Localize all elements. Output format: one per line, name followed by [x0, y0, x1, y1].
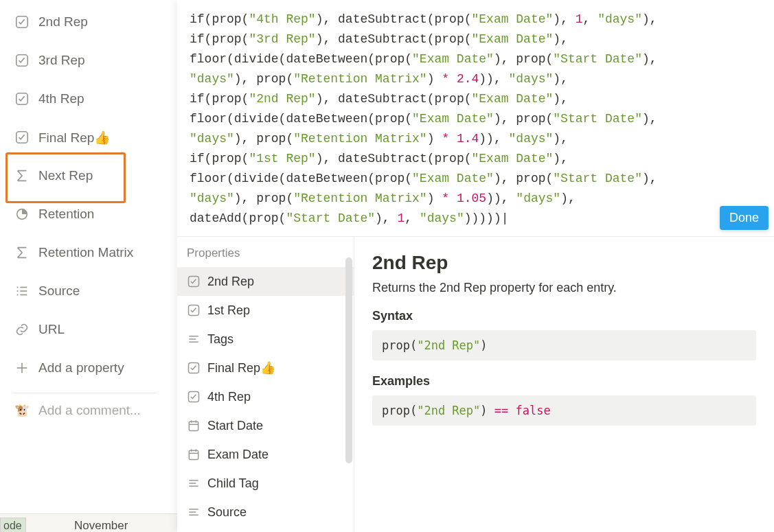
checkbox-icon [187, 275, 207, 288]
property-detail-panel: 2nd Rep Returns the 2nd Rep property for… [354, 237, 774, 532]
detail-description: Returns the 2nd Rep property for each en… [372, 281, 756, 295]
svg-rect-20 [189, 421, 198, 430]
detail-examples-label: Examples [372, 374, 756, 389]
thumbs-up-emoji: 👍 [260, 361, 275, 375]
checkbox-icon [187, 361, 207, 375]
date-icon [187, 419, 207, 432]
checkbox-icon [12, 53, 32, 68]
picker-item-source[interactable]: Source [177, 498, 354, 527]
picker-item-label: Tags [207, 332, 234, 347]
property-label: 2nd Rep [38, 14, 88, 30]
retention-icon [12, 207, 32, 222]
checkbox-icon [187, 390, 207, 404]
scrollbar[interactable] [345, 257, 352, 463]
picker-item-tags[interactable]: Tags [177, 325, 354, 354]
property-label: 3rd Rep [38, 53, 85, 68]
picker-item-label: Exam Date [207, 448, 269, 462]
comment-input[interactable]: 🐮Add a comment... [12, 403, 177, 418]
picker-item-label: Start Date [207, 419, 263, 433]
detail-title: 2nd Rep [372, 252, 756, 274]
date-icon [187, 448, 207, 461]
comment-placeholder: Add a comment... [38, 403, 141, 418]
checkbox-icon [187, 303, 207, 317]
bg-cell-ode: ode [0, 518, 26, 532]
lines-icon [187, 476, 207, 490]
picker-item-label: 2nd Rep [207, 275, 254, 289]
detail-syntax-code: prop("2nd Rep") [372, 330, 756, 360]
list-icon [12, 284, 32, 299]
property-row-url[interactable]: URL [12, 316, 177, 343]
property-label: Retention [38, 207, 94, 222]
lines-icon [187, 332, 207, 346]
property-row-retention[interactable]: Retention [12, 200, 177, 228]
svg-point-7 [16, 290, 18, 292]
separator [12, 393, 157, 393]
picker-item-start-date[interactable]: Start Date [177, 411, 354, 440]
picker-item-final-rep[interactable]: Final Rep👍 [177, 354, 354, 382]
svg-rect-24 [189, 450, 198, 459]
property-label: Source [38, 284, 80, 299]
add-property-button[interactable]: Add a property [12, 354, 177, 382]
property-picker-list: Properties 2nd Rep1st RepTagsFinal Rep👍4… [177, 237, 354, 532]
page-property-list: 2nd Rep3rd Rep4th RepFinal Rep👍Next RepR… [0, 0, 177, 418]
picker-item-2nd-rep[interactable]: 2nd Rep [177, 267, 354, 296]
picker-item-label: Source [207, 505, 247, 520]
picker-section-title: Properties [177, 237, 354, 267]
svg-point-5 [16, 286, 18, 288]
checkbox-icon [12, 130, 32, 145]
plus-icon [12, 360, 32, 375]
picker-item-label: 4th Rep [207, 390, 251, 404]
checkbox-icon [12, 14, 32, 30]
picker-item-label: 1st Rep [207, 303, 250, 318]
picker-item-label: Final Rep👍 [207, 360, 275, 375]
thumbs-up-emoji: 👍 [94, 130, 111, 145]
picker-item-exam-date[interactable]: Exam Date [177, 440, 354, 469]
picker-item-label: Child Tag [207, 476, 259, 491]
done-button[interactable]: Done [720, 206, 769, 230]
link-icon [12, 322, 32, 337]
lines-icon [187, 505, 207, 519]
formula-picker-panel: Properties 2nd Rep1st RepTagsFinal Rep👍4… [177, 236, 774, 532]
svg-point-9 [16, 294, 18, 295]
property-label: Retention Matrix [38, 245, 133, 260]
property-label: URL [38, 322, 65, 337]
property-row-next-rep[interactable]: Next Rep [12, 162, 177, 189]
bg-cell-november: November [74, 519, 128, 532]
avatar: 🐮 [12, 403, 32, 418]
picker-item-child-tag[interactable]: Child Tag [177, 469, 354, 498]
formula-code-editor[interactable]: if(prop("4th Rep"), dateSubtract(prop("E… [177, 0, 774, 238]
property-label: 4th Rep [38, 91, 84, 106]
property-row-3rd-rep[interactable]: 3rd Rep [12, 47, 177, 74]
property-row-2nd-rep[interactable]: 2nd Rep [12, 8, 177, 36]
property-row-4th-rep[interactable]: 4th Rep [12, 85, 177, 113]
picker-item-4th-rep[interactable]: 4th Rep [177, 382, 354, 411]
property-row-source[interactable]: Source [12, 277, 177, 305]
checkbox-icon [12, 91, 32, 106]
property-row-final-rep[interactable]: Final Rep👍 [12, 124, 177, 151]
picker-item-1st-rep[interactable]: 1st Rep [177, 296, 354, 325]
detail-example-code: prop("2nd Rep") == false [372, 395, 756, 426]
property-label: Final Rep👍 [38, 130, 111, 146]
detail-syntax-label: Syntax [372, 309, 756, 323]
sigma-icon [12, 168, 32, 183]
formula-editor-popup: if(prop("4th Rep"), dateSubtract(prop("E… [177, 0, 774, 532]
add-property-label: Add a property [38, 360, 124, 375]
sigma-icon [12, 245, 32, 260]
property-label: Next Rep [38, 168, 93, 183]
property-row-retention-matrix[interactable]: Retention Matrix [12, 239, 177, 266]
